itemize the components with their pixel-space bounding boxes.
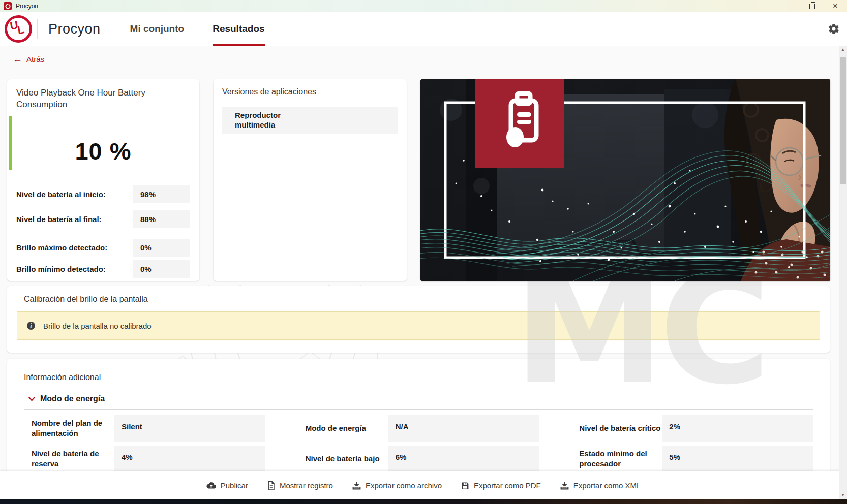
metric-value-field: 98% — [133, 185, 190, 203]
download-icon — [352, 481, 361, 490]
save-icon — [461, 482, 469, 490]
info-field: Nivel de batería bajo 6% — [298, 446, 539, 472]
score-card: Video Playback One Hour Battery Consumpt… — [7, 79, 199, 281]
download-icon — [560, 481, 569, 490]
app-versions-card: Versiones de aplicaciones Reproductor mu… — [214, 79, 407, 281]
document-icon — [267, 481, 275, 490]
minimize-button[interactable]: – — [777, 0, 800, 12]
back-link[interactable]: ← Atrás — [0, 46, 74, 64]
cloud-upload-icon — [206, 482, 216, 489]
procyon-app-icon — [4, 2, 12, 10]
minimize-icon: – — [786, 2, 791, 10]
metric-row: Brillo mínimo detectado: 0% — [16, 260, 190, 278]
actions-footer: Publicar Mostrar registro Exportar como … — [0, 471, 847, 499]
ul-logo: UL — [3, 13, 35, 45]
info-field-value: 6% — [388, 446, 539, 472]
info-field: Nivel de batería de reserva 4% — [24, 446, 265, 472]
info-field: Nivel de batería crítico 2% — [571, 415, 813, 442]
metric-value-field: 0% — [133, 260, 190, 278]
close-button[interactable]: × — [824, 0, 847, 12]
app-versions-title: Versiones de aplicaciones — [222, 87, 398, 97]
metric-value-field: 0% — [133, 239, 190, 257]
hero-photo-illustration — [420, 79, 830, 281]
restore-icon — [809, 4, 815, 9]
divider — [24, 410, 813, 410]
window-titlebar: Procyon – × — [0, 0, 847, 12]
metric-value-field: 88% — [133, 210, 190, 228]
vertical-scrollbar[interactable]: ▲ ▼ — [839, 46, 847, 499]
main-nav: Mi conjunto Resultados — [130, 12, 265, 46]
info-field: Estado mínimo del procesador 5% — [571, 446, 813, 472]
taskbar-edge — [0, 499, 847, 504]
score-value: 10 % — [16, 137, 190, 165]
scrollbar-thumb[interactable] — [840, 57, 846, 184]
export-file-button[interactable]: Exportar como archivo — [352, 481, 442, 490]
calibration-warning-banner: i Brillo de la pantalla no calibrado — [17, 311, 820, 340]
additional-info-title: Información adicional — [24, 373, 814, 382]
info-field-value: Silent — [114, 415, 265, 442]
metric-row: Nivel de batería al inicio: 98% — [16, 185, 190, 203]
info-field: Nombre del plan de alimentación Silent — [24, 415, 265, 442]
info-field-value: 2% — [662, 415, 813, 442]
metric-row: Brillo máximo detectado: 0% — [16, 239, 190, 257]
window-title: Procyon — [16, 3, 38, 10]
metric-row: Nivel de batería al final: 88% — [16, 210, 190, 228]
back-arrow-icon: ← — [13, 54, 22, 64]
show-log-button[interactable]: Mostrar registro — [267, 481, 333, 490]
scroll-up-arrow[interactable]: ▲ — [841, 46, 845, 53]
close-icon: × — [833, 1, 838, 11]
benchmark-title: Video Playback One Hour Battery Consumpt… — [16, 87, 159, 111]
calibration-title: Calibración del brillo de la pantalla — [24, 295, 820, 304]
hero-image — [420, 79, 830, 281]
export-pdf-button[interactable]: Exportar como PDF — [461, 481, 541, 490]
app-header: UL Procyon Mi conjunto Resultados — [0, 12, 847, 46]
info-field-value: N/A — [388, 415, 539, 442]
export-xml-button[interactable]: Exportar como XML — [560, 481, 641, 490]
version-list-item: Reproductor multimedia — [222, 107, 398, 134]
settings-gear-icon[interactable] — [828, 23, 840, 35]
logo-divider — [37, 19, 38, 39]
battery-benchmark-badge — [475, 79, 564, 168]
publish-button[interactable]: Publicar — [206, 481, 248, 490]
tab-resultados[interactable]: Resultados — [213, 12, 264, 46]
brightness-calibration-card: Calibración del brillo de la pantalla i … — [7, 286, 830, 353]
scroll-down-arrow[interactable]: ▼ — [841, 491, 845, 498]
info-field: Modo de energía N/A — [298, 415, 539, 442]
info-icon: i — [27, 322, 35, 330]
info-field-value: 4% — [114, 446, 265, 472]
chevron-down-icon — [28, 397, 35, 401]
results-page: MC ← Atrás Video Playback One Hour Batte… — [0, 46, 847, 504]
tab-mi-conjunto[interactable]: Mi conjunto — [130, 12, 185, 46]
score-accent-bar — [9, 116, 12, 170]
info-field-value: 5% — [662, 446, 813, 472]
maximize-button[interactable] — [800, 0, 824, 12]
brand-wordmark: Procyon — [48, 21, 101, 37]
power-mode-expander[interactable]: Modo de energía — [28, 394, 814, 403]
